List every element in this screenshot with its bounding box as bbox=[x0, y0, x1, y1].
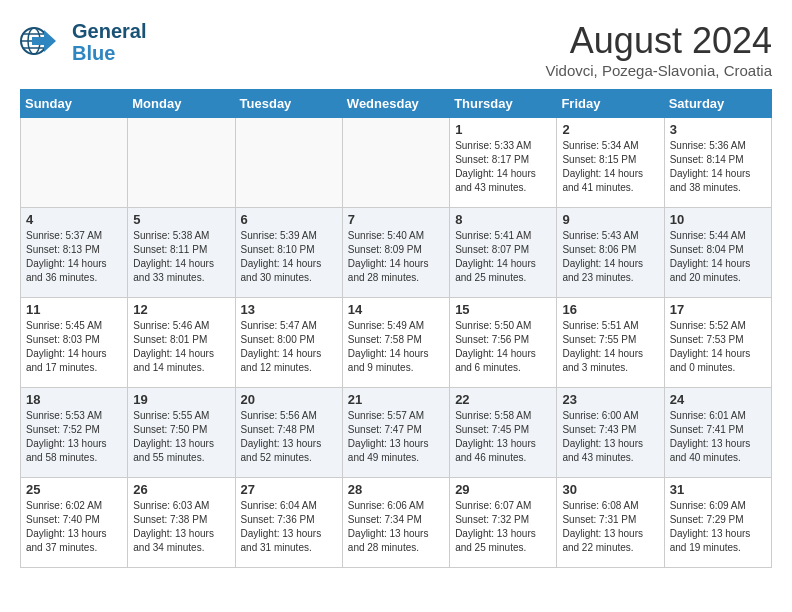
calendar-cell: 6Sunrise: 5:39 AM Sunset: 8:10 PM Daylig… bbox=[235, 208, 342, 298]
week-row-1: 1Sunrise: 5:33 AM Sunset: 8:17 PM Daylig… bbox=[21, 118, 772, 208]
cell-content: Sunrise: 5:38 AM Sunset: 8:11 PM Dayligh… bbox=[133, 229, 229, 285]
cell-content: Sunrise: 5:55 AM Sunset: 7:50 PM Dayligh… bbox=[133, 409, 229, 465]
day-number: 11 bbox=[26, 302, 122, 317]
location: Vidovci, Pozega-Slavonia, Croatia bbox=[545, 62, 772, 79]
day-number: 12 bbox=[133, 302, 229, 317]
calendar-cell: 27Sunrise: 6:04 AM Sunset: 7:36 PM Dayli… bbox=[235, 478, 342, 568]
calendar-cell: 10Sunrise: 5:44 AM Sunset: 8:04 PM Dayli… bbox=[664, 208, 771, 298]
day-number: 3 bbox=[670, 122, 766, 137]
cell-content: Sunrise: 5:50 AM Sunset: 7:56 PM Dayligh… bbox=[455, 319, 551, 375]
cell-content: Sunrise: 6:08 AM Sunset: 7:31 PM Dayligh… bbox=[562, 499, 658, 555]
cell-content: Sunrise: 5:33 AM Sunset: 8:17 PM Dayligh… bbox=[455, 139, 551, 195]
cell-content: Sunrise: 6:09 AM Sunset: 7:29 PM Dayligh… bbox=[670, 499, 766, 555]
calendar-cell: 1Sunrise: 5:33 AM Sunset: 8:17 PM Daylig… bbox=[450, 118, 557, 208]
calendar-cell: 16Sunrise: 5:51 AM Sunset: 7:55 PM Dayli… bbox=[557, 298, 664, 388]
calendar-cell: 5Sunrise: 5:38 AM Sunset: 8:11 PM Daylig… bbox=[128, 208, 235, 298]
calendar-cell: 23Sunrise: 6:00 AM Sunset: 7:43 PM Dayli… bbox=[557, 388, 664, 478]
week-row-2: 4Sunrise: 5:37 AM Sunset: 8:13 PM Daylig… bbox=[21, 208, 772, 298]
cell-content: Sunrise: 5:57 AM Sunset: 7:47 PM Dayligh… bbox=[348, 409, 444, 465]
day-number: 8 bbox=[455, 212, 551, 227]
calendar-cell: 8Sunrise: 5:41 AM Sunset: 8:07 PM Daylig… bbox=[450, 208, 557, 298]
day-number: 24 bbox=[670, 392, 766, 407]
calendar-cell: 15Sunrise: 5:50 AM Sunset: 7:56 PM Dayli… bbox=[450, 298, 557, 388]
calendar-cell: 21Sunrise: 5:57 AM Sunset: 7:47 PM Dayli… bbox=[342, 388, 449, 478]
cell-content: Sunrise: 5:40 AM Sunset: 8:09 PM Dayligh… bbox=[348, 229, 444, 285]
calendar-cell: 3Sunrise: 5:36 AM Sunset: 8:14 PM Daylig… bbox=[664, 118, 771, 208]
day-number: 13 bbox=[241, 302, 337, 317]
day-number: 17 bbox=[670, 302, 766, 317]
cell-content: Sunrise: 5:46 AM Sunset: 8:01 PM Dayligh… bbox=[133, 319, 229, 375]
day-number: 29 bbox=[455, 482, 551, 497]
day-number: 18 bbox=[26, 392, 122, 407]
day-number: 26 bbox=[133, 482, 229, 497]
cell-content: Sunrise: 5:34 AM Sunset: 8:15 PM Dayligh… bbox=[562, 139, 658, 195]
cell-content: Sunrise: 5:53 AM Sunset: 7:52 PM Dayligh… bbox=[26, 409, 122, 465]
day-number: 16 bbox=[562, 302, 658, 317]
day-number: 25 bbox=[26, 482, 122, 497]
day-number: 4 bbox=[26, 212, 122, 227]
cell-content: Sunrise: 6:03 AM Sunset: 7:38 PM Dayligh… bbox=[133, 499, 229, 555]
calendar-cell: 12Sunrise: 5:46 AM Sunset: 8:01 PM Dayli… bbox=[128, 298, 235, 388]
day-number: 22 bbox=[455, 392, 551, 407]
week-row-3: 11Sunrise: 5:45 AM Sunset: 8:03 PM Dayli… bbox=[21, 298, 772, 388]
cell-content: Sunrise: 5:45 AM Sunset: 8:03 PM Dayligh… bbox=[26, 319, 122, 375]
cell-content: Sunrise: 5:49 AM Sunset: 7:58 PM Dayligh… bbox=[348, 319, 444, 375]
calendar-cell: 18Sunrise: 5:53 AM Sunset: 7:52 PM Dayli… bbox=[21, 388, 128, 478]
calendar-cell: 30Sunrise: 6:08 AM Sunset: 7:31 PM Dayli… bbox=[557, 478, 664, 568]
calendar-cell: 22Sunrise: 5:58 AM Sunset: 7:45 PM Dayli… bbox=[450, 388, 557, 478]
cell-content: Sunrise: 6:02 AM Sunset: 7:40 PM Dayligh… bbox=[26, 499, 122, 555]
header-row: SundayMondayTuesdayWednesdayThursdayFrid… bbox=[21, 90, 772, 118]
day-number: 14 bbox=[348, 302, 444, 317]
calendar-cell: 13Sunrise: 5:47 AM Sunset: 8:00 PM Dayli… bbox=[235, 298, 342, 388]
week-row-5: 25Sunrise: 6:02 AM Sunset: 7:40 PM Dayli… bbox=[21, 478, 772, 568]
day-number: 21 bbox=[348, 392, 444, 407]
cell-content: Sunrise: 6:01 AM Sunset: 7:41 PM Dayligh… bbox=[670, 409, 766, 465]
cell-content: Sunrise: 6:07 AM Sunset: 7:32 PM Dayligh… bbox=[455, 499, 551, 555]
globe-icon bbox=[20, 22, 58, 60]
header-day-monday: Monday bbox=[128, 90, 235, 118]
day-number: 10 bbox=[670, 212, 766, 227]
day-number: 9 bbox=[562, 212, 658, 227]
day-number: 15 bbox=[455, 302, 551, 317]
header-day-thursday: Thursday bbox=[450, 90, 557, 118]
page-header: General Blue August 2024 Vidovci, Pozega… bbox=[20, 20, 772, 79]
day-number: 2 bbox=[562, 122, 658, 137]
cell-content: Sunrise: 5:58 AM Sunset: 7:45 PM Dayligh… bbox=[455, 409, 551, 465]
calendar-cell: 31Sunrise: 6:09 AM Sunset: 7:29 PM Dayli… bbox=[664, 478, 771, 568]
logo-general: General bbox=[72, 20, 146, 42]
calendar-cell: 11Sunrise: 5:45 AM Sunset: 8:03 PM Dayli… bbox=[21, 298, 128, 388]
calendar-cell: 4Sunrise: 5:37 AM Sunset: 8:13 PM Daylig… bbox=[21, 208, 128, 298]
cell-content: Sunrise: 6:00 AM Sunset: 7:43 PM Dayligh… bbox=[562, 409, 658, 465]
calendar-cell: 9Sunrise: 5:43 AM Sunset: 8:06 PM Daylig… bbox=[557, 208, 664, 298]
title-section: August 2024 Vidovci, Pozega-Slavonia, Cr… bbox=[545, 20, 772, 79]
day-number: 20 bbox=[241, 392, 337, 407]
calendar-cell: 20Sunrise: 5:56 AM Sunset: 7:48 PM Dayli… bbox=[235, 388, 342, 478]
week-row-4: 18Sunrise: 5:53 AM Sunset: 7:52 PM Dayli… bbox=[21, 388, 772, 478]
calendar-cell: 25Sunrise: 6:02 AM Sunset: 7:40 PM Dayli… bbox=[21, 478, 128, 568]
calendar-cell: 26Sunrise: 6:03 AM Sunset: 7:38 PM Dayli… bbox=[128, 478, 235, 568]
day-number: 31 bbox=[670, 482, 766, 497]
cell-content: Sunrise: 5:51 AM Sunset: 7:55 PM Dayligh… bbox=[562, 319, 658, 375]
header-day-tuesday: Tuesday bbox=[235, 90, 342, 118]
calendar-cell: 28Sunrise: 6:06 AM Sunset: 7:34 PM Dayli… bbox=[342, 478, 449, 568]
calendar-cell: 7Sunrise: 5:40 AM Sunset: 8:09 PM Daylig… bbox=[342, 208, 449, 298]
header-day-wednesday: Wednesday bbox=[342, 90, 449, 118]
calendar-cell: 29Sunrise: 6:07 AM Sunset: 7:32 PM Dayli… bbox=[450, 478, 557, 568]
day-number: 1 bbox=[455, 122, 551, 137]
header-day-friday: Friday bbox=[557, 90, 664, 118]
cell-content: Sunrise: 5:47 AM Sunset: 8:00 PM Dayligh… bbox=[241, 319, 337, 375]
cell-content: Sunrise: 5:52 AM Sunset: 7:53 PM Dayligh… bbox=[670, 319, 766, 375]
day-number: 5 bbox=[133, 212, 229, 227]
day-number: 28 bbox=[348, 482, 444, 497]
calendar-cell bbox=[21, 118, 128, 208]
cell-content: Sunrise: 6:06 AM Sunset: 7:34 PM Dayligh… bbox=[348, 499, 444, 555]
logo-blue: Blue bbox=[72, 42, 146, 64]
calendar-cell bbox=[235, 118, 342, 208]
header-day-sunday: Sunday bbox=[21, 90, 128, 118]
day-number: 7 bbox=[348, 212, 444, 227]
calendar-cell bbox=[342, 118, 449, 208]
cell-content: Sunrise: 5:39 AM Sunset: 8:10 PM Dayligh… bbox=[241, 229, 337, 285]
cell-content: Sunrise: 5:41 AM Sunset: 8:07 PM Dayligh… bbox=[455, 229, 551, 285]
logo: General Blue bbox=[20, 20, 146, 64]
calendar-cell: 19Sunrise: 5:55 AM Sunset: 7:50 PM Dayli… bbox=[128, 388, 235, 478]
